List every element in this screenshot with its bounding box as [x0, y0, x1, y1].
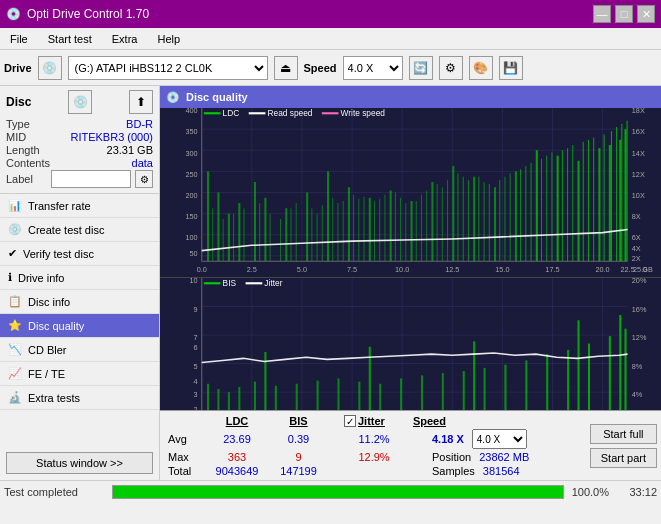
label-input[interactable]: [51, 170, 131, 188]
close-button[interactable]: ✕: [637, 5, 655, 23]
svg-rect-113: [525, 166, 526, 261]
disc-length-row: Length 23.31 GB: [6, 144, 153, 156]
svg-rect-194: [546, 354, 548, 410]
menu-start-test[interactable]: Start test: [42, 31, 98, 47]
content-disc-icon: 💿: [166, 91, 180, 104]
length-label: Length: [6, 144, 40, 156]
svg-rect-120: [572, 145, 573, 261]
sidebar: Disc 💿 ⬆ Type BD-R MID RITEKBR3 (000) Le…: [0, 86, 160, 480]
drive-icon-button[interactable]: 💿: [38, 56, 62, 80]
sidebar-item-cd-bler[interactable]: 📉 CD Bler: [0, 338, 159, 362]
drive-info-icon: ℹ: [8, 271, 12, 284]
svg-rect-126: [616, 127, 617, 261]
speed-label: Speed: [304, 62, 337, 74]
minimize-button[interactable]: —: [593, 5, 611, 23]
color-button[interactable]: 🎨: [469, 56, 493, 80]
disc-info-icon: 📋: [8, 295, 22, 308]
jitter-label: Jitter: [358, 415, 385, 427]
bottom-bar: Test completed 100.0% 33:12: [0, 480, 661, 502]
sidebar-item-drive-info[interactable]: ℹ Drive info: [0, 266, 159, 290]
total-label: Total: [168, 465, 203, 477]
svg-rect-178: [228, 392, 230, 410]
svg-rect-79: [280, 219, 281, 261]
svg-text:20%: 20%: [632, 278, 647, 285]
svg-rect-193: [525, 360, 527, 410]
svg-rect-203: [619, 315, 621, 410]
max-label: Max: [168, 451, 203, 463]
menu-file[interactable]: File: [4, 31, 34, 47]
svg-rect-108: [489, 184, 490, 261]
eject-button[interactable]: ⏏: [274, 56, 298, 80]
disc-eject-icon[interactable]: ⬆: [129, 90, 153, 114]
svg-rect-96: [405, 203, 406, 261]
label-button[interactable]: ⚙: [135, 170, 153, 188]
svg-text:20.0: 20.0: [595, 265, 609, 274]
svg-rect-63: [473, 177, 475, 262]
start-full-button[interactable]: Start full: [590, 424, 657, 444]
sidebar-item-create-test-disc[interactable]: 💿 Create test disc: [0, 218, 159, 242]
speed-dropdown[interactable]: 4.0 X: [472, 429, 527, 449]
sidebar-item-extra-tests[interactable]: 🔬 Extra tests: [0, 386, 159, 410]
svg-text:14X: 14X: [632, 148, 645, 157]
svg-text:200: 200: [185, 191, 197, 200]
save-button[interactable]: 💾: [499, 56, 523, 80]
svg-rect-101: [442, 187, 443, 261]
jitter-checkbox[interactable]: ✓: [344, 415, 356, 427]
svg-rect-114: [531, 163, 532, 261]
drive-info-label: Drive info: [18, 272, 64, 284]
svg-rect-105: [468, 180, 469, 261]
fe-te-icon: 📈: [8, 367, 22, 380]
sidebar-item-verify-test-disc[interactable]: ✔ Verify test disc: [0, 242, 159, 266]
menu-help[interactable]: Help: [151, 31, 186, 47]
svg-text:3: 3: [194, 390, 198, 399]
create-test-icon: 💿: [8, 223, 22, 236]
svg-text:GB: GB: [642, 265, 653, 274]
sidebar-item-fe-te[interactable]: 📈 FE / TE: [0, 362, 159, 386]
svg-text:Read speed: Read speed: [268, 108, 313, 118]
sidebar-item-disc-quality[interactable]: ⭐ Disc quality: [0, 314, 159, 338]
svg-rect-125: [611, 131, 612, 261]
svg-rect-69: [598, 148, 600, 261]
max-ldc: 363: [207, 451, 267, 463]
svg-rect-97: [416, 201, 417, 261]
status-window-button[interactable]: Status window >>: [6, 452, 153, 474]
cd-bler-icon: 📉: [8, 343, 22, 356]
mid-value: RITEKBR3 (000): [70, 131, 153, 143]
svg-rect-59: [390, 190, 392, 261]
drive-select[interactable]: (G:) ATAPI iHBS112 2 CL0K: [68, 56, 268, 80]
svg-rect-92: [379, 199, 380, 261]
svg-rect-115: [541, 159, 542, 261]
svg-rect-182: [296, 384, 298, 410]
main-area: Disc 💿 ⬆ Type BD-R MID RITEKBR3 (000) Le…: [0, 86, 661, 480]
drive-label: Drive: [4, 62, 32, 74]
upper-chart: 400 350 300 250 200 150 100 50 18X 16X 1…: [160, 108, 661, 278]
svg-rect-58: [369, 198, 371, 261]
refresh-button[interactable]: 🔄: [409, 56, 433, 80]
jitter-header: ✓ Jitter: [344, 415, 385, 427]
bis-header: BIS: [271, 415, 326, 427]
settings-button[interactable]: ⚙: [439, 56, 463, 80]
svg-rect-201: [473, 341, 475, 410]
sidebar-item-disc-info[interactable]: 📋 Disc info: [0, 290, 159, 314]
svg-rect-188: [421, 375, 423, 410]
svg-text:18X: 18X: [632, 108, 645, 115]
start-part-button[interactable]: Start part: [590, 448, 657, 468]
svg-text:Jitter: Jitter: [264, 278, 282, 288]
svg-rect-52: [254, 182, 256, 261]
disc-mid-row: MID RITEKBR3 (000): [6, 131, 153, 143]
maximize-button[interactable]: □: [615, 5, 633, 23]
svg-rect-76: [244, 208, 245, 261]
svg-rect-128: [627, 121, 628, 261]
disc-action-icon[interactable]: 💿: [68, 90, 92, 114]
svg-rect-187: [400, 378, 402, 410]
svg-rect-196: [588, 344, 590, 410]
svg-rect-202: [578, 320, 580, 410]
speed-select[interactable]: 4.0 X: [343, 56, 403, 80]
svg-text:5.0: 5.0: [297, 265, 307, 274]
menu-extra[interactable]: Extra: [106, 31, 144, 47]
sidebar-item-transfer-rate[interactable]: 📊 Transfer rate: [0, 194, 159, 218]
progress-percent: 100.0%: [572, 486, 609, 498]
svg-rect-118: [562, 150, 563, 261]
extra-tests-icon: 🔬: [8, 391, 22, 404]
svg-text:7: 7: [194, 333, 198, 342]
